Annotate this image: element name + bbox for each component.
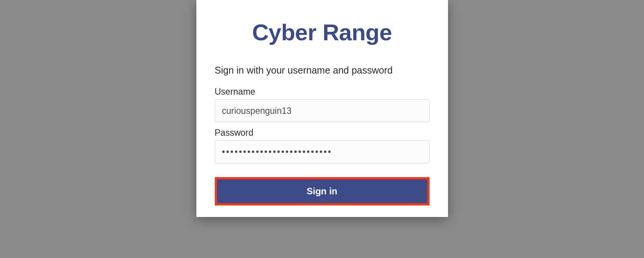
logo-title: Cyber Range xyxy=(215,19,430,46)
signin-button[interactable]: Sign in xyxy=(217,179,427,203)
username-input[interactable] xyxy=(215,99,430,122)
login-card: Cyber Range Sign in with your username a… xyxy=(196,0,448,217)
password-input[interactable] xyxy=(215,140,430,163)
signin-highlight: Sign in xyxy=(215,177,430,205)
signin-subtitle: Sign in with your username and password xyxy=(215,65,430,76)
password-label: Password xyxy=(215,128,430,138)
username-label: Username xyxy=(215,87,430,97)
